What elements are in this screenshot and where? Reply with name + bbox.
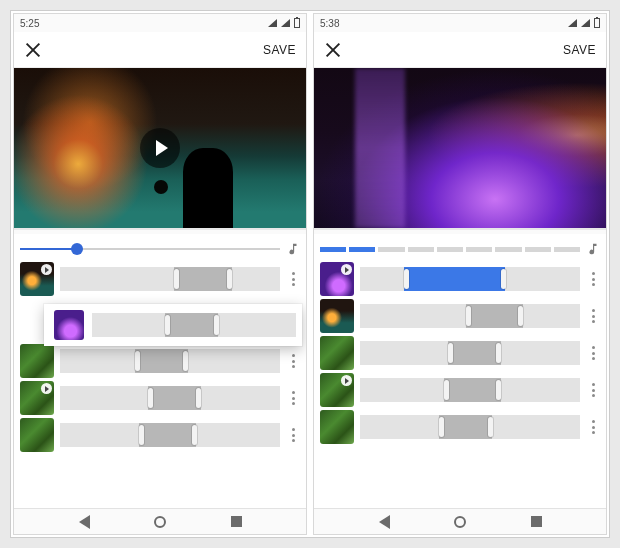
trim-handle-left[interactable] <box>174 269 179 289</box>
clip-overflow-menu[interactable] <box>286 389 300 407</box>
clip-overflow-menu[interactable] <box>286 352 300 370</box>
nav-back-icon[interactable] <box>79 515 90 529</box>
trim-handle-left[interactable] <box>135 351 140 371</box>
segmented-progress[interactable] <box>320 247 580 252</box>
clip-thumb[interactable] <box>20 262 54 296</box>
clip-track[interactable] <box>92 313 296 337</box>
trim-handle-right[interactable] <box>183 351 188 371</box>
trim-handle-right[interactable] <box>214 315 219 335</box>
trim-handle-right[interactable] <box>501 269 506 289</box>
clip-track[interactable] <box>360 267 580 291</box>
clip-thumb[interactable] <box>54 310 84 340</box>
play-button[interactable] <box>140 128 180 168</box>
thumb-play-icon <box>341 375 352 386</box>
thumb-play-icon <box>41 264 52 275</box>
clip-track[interactable] <box>60 423 280 447</box>
clip-track[interactable] <box>360 304 580 328</box>
clip-track[interactable] <box>60 386 280 410</box>
clip-overflow-menu[interactable] <box>586 270 600 288</box>
clip-row[interactable] <box>320 299 600 333</box>
thumb-play-icon <box>41 383 52 394</box>
nav-recent-icon[interactable] <box>531 516 542 527</box>
video-silhouette-body <box>183 148 233 228</box>
clip-track[interactable] <box>360 341 580 365</box>
trim-handle-right[interactable] <box>227 269 232 289</box>
trim-handle-left[interactable] <box>165 315 170 335</box>
clip-thumb[interactable] <box>20 344 54 378</box>
clip-overflow-menu[interactable] <box>586 344 600 362</box>
app-bar: SAVE <box>314 32 606 68</box>
clip-thumb[interactable] <box>320 299 354 333</box>
nav-recent-icon[interactable] <box>231 516 242 527</box>
clip-thumb[interactable] <box>20 381 54 415</box>
clip-row[interactable] <box>320 262 600 296</box>
close-icon[interactable] <box>324 41 342 59</box>
clip-row[interactable] <box>20 344 300 378</box>
clip-track[interactable] <box>360 415 580 439</box>
video-preview[interactable] <box>314 68 606 228</box>
wifi-icon <box>268 19 277 27</box>
cell-signal-icon <box>281 19 290 27</box>
nav-home-icon[interactable] <box>154 516 166 528</box>
cell-signal-icon <box>581 19 590 27</box>
status-right <box>268 18 300 28</box>
android-navbar <box>314 508 606 534</box>
trim-handle-right[interactable] <box>518 306 523 326</box>
save-button[interactable]: SAVE <box>263 43 296 57</box>
trim-handle-left[interactable] <box>448 343 453 363</box>
trim-handle-left[interactable] <box>466 306 471 326</box>
clip-row[interactable] <box>20 418 300 452</box>
phone-right: 5:38 SAVE <box>313 13 607 535</box>
trim-handle-left[interactable] <box>148 388 153 408</box>
clip-overflow-menu[interactable] <box>586 307 600 325</box>
save-button[interactable]: SAVE <box>563 43 596 57</box>
clip-thumb[interactable] <box>320 262 354 296</box>
clip-overflow-menu[interactable] <box>286 270 300 288</box>
clip-thumb[interactable] <box>320 410 354 444</box>
music-icon[interactable] <box>586 242 600 256</box>
clip-track[interactable] <box>60 349 280 373</box>
trim-handle-right[interactable] <box>192 425 197 445</box>
wifi-icon <box>568 19 577 27</box>
trim-handle-left[interactable] <box>444 380 449 400</box>
trim-handle-right[interactable] <box>488 417 493 437</box>
clip-thumb[interactable] <box>20 418 54 452</box>
trim-handle-left[interactable] <box>439 417 444 437</box>
status-bar: 5:25 <box>14 14 306 32</box>
trim-handle-left[interactable] <box>139 425 144 445</box>
trim-handle-right[interactable] <box>496 343 501 363</box>
thumb-play-icon <box>341 264 352 275</box>
clip-row[interactable] <box>320 410 600 444</box>
battery-icon <box>594 18 600 28</box>
clip-row[interactable] <box>320 373 600 407</box>
position-row <box>320 238 600 260</box>
clip-row-dragging[interactable] <box>44 304 302 346</box>
screenshot-pair: 5:25 SAVE <box>10 10 610 538</box>
timeline-editor <box>314 234 606 508</box>
clip-thumb[interactable] <box>320 336 354 370</box>
clip-track[interactable] <box>360 378 580 402</box>
status-right <box>568 18 600 28</box>
status-time: 5:25 <box>20 18 39 29</box>
position-slider[interactable] <box>20 238 280 260</box>
status-time: 5:38 <box>320 18 339 29</box>
video-preview[interactable] <box>14 68 306 228</box>
nav-home-icon[interactable] <box>454 516 466 528</box>
clip-overflow-menu[interactable] <box>586 381 600 399</box>
clip-overflow-menu[interactable] <box>586 418 600 436</box>
clip-overflow-menu[interactable] <box>286 426 300 444</box>
clip-row[interactable] <box>320 336 600 370</box>
position-row <box>20 238 300 260</box>
nav-back-icon[interactable] <box>379 515 390 529</box>
video-waterfall <box>355 68 405 228</box>
clip-thumb[interactable] <box>320 373 354 407</box>
music-icon[interactable] <box>286 242 300 256</box>
clip-row[interactable] <box>20 262 300 296</box>
clip-track[interactable] <box>60 267 280 291</box>
trim-handle-left[interactable] <box>404 269 409 289</box>
timeline-editor <box>14 234 306 508</box>
close-icon[interactable] <box>24 41 42 59</box>
trim-handle-right[interactable] <box>196 388 201 408</box>
clip-row[interactable] <box>20 381 300 415</box>
trim-handle-right[interactable] <box>496 380 501 400</box>
